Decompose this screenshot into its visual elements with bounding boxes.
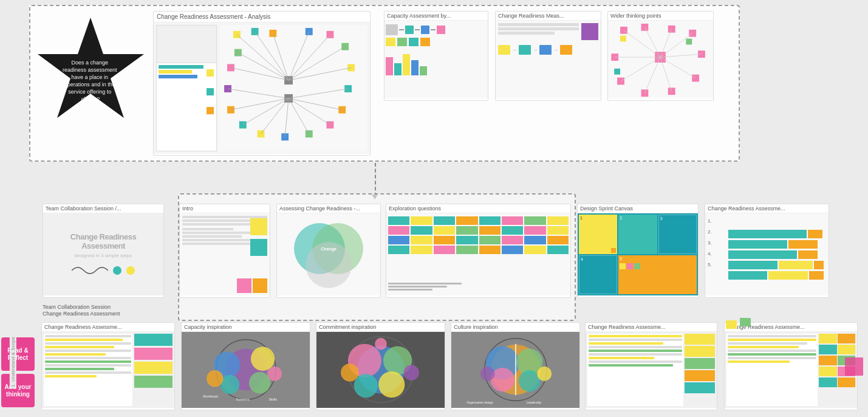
card-team[interactable]: Team Collaboration Session /... Change R…: [43, 204, 164, 298]
card-change-assess4-title: Change Readiness Assessme...: [586, 323, 717, 332]
svg-text:Leadership: Leadership: [527, 401, 542, 404]
svg-point-94: [480, 367, 495, 381]
svg-point-95: [537, 367, 552, 381]
card-change-meas[interactable]: Change Readiness Meas... → → →: [495, 11, 601, 101]
card-wider[interactable]: Wider thinking points: [607, 11, 714, 101]
svg-rect-21: [234, 49, 242, 57]
svg-text:Systems: Systems: [236, 398, 250, 401]
svg-rect-6: [269, 30, 276, 37]
svg-rect-13: [326, 121, 333, 128]
svg-rect-49: [617, 78, 624, 85]
svg-rect-52: [686, 39, 692, 45]
card-capacity-insp[interactable]: Capacity inspiration Workload Systems Sk…: [181, 322, 310, 410]
card-capacity-title: Capacity Assessment by...: [384, 12, 488, 21]
card-change-assess3[interactable]: Change Readiness Assessme...: [41, 322, 175, 410]
card-assessing[interactable]: Assessing Change Readiness -... Change: [276, 204, 381, 298]
svg-rect-17: [239, 121, 247, 128]
read-reflect-button[interactable]: Read & Reflect: [1, 337, 35, 371]
card-change-assess2-title: Change Readiness Assessme...: [705, 204, 829, 213]
svg-line-32: [289, 98, 309, 134]
card-analysis-title: Change Readiness Assessment - Analysis: [154, 12, 370, 22]
capacity-bubbles: Workload Systems Skills: [182, 332, 310, 408]
card-wider-title: Wider thinking points: [608, 12, 713, 21]
network-diagram: [219, 25, 367, 151]
card-change-assess2[interactable]: Change Readiness Assessme... 1.2.3.4.5.: [705, 204, 829, 298]
svg-point-85: [341, 364, 359, 382]
card-exploration-title: Exploration questions: [386, 204, 570, 213]
svg-line-33: [285, 98, 289, 137]
svg-line-38: [231, 67, 289, 80]
svg-line-58: [660, 54, 702, 57]
svg-line-30: [289, 98, 342, 110]
team-label-bottom: Team Collaboration Session Change Readin…: [43, 304, 120, 317]
card-culture-insp-title: Culture inspiration: [451, 323, 579, 332]
card-change-assess4[interactable]: Change Readiness Assessme...: [585, 322, 717, 410]
svg-text:Organisation design: Organisation design: [466, 401, 493, 404]
canvas: Does a change readiness assessment have …: [0, 0, 868, 417]
card-capacity-insp-title: Capacity inspiration: [182, 323, 310, 332]
svg-line-61: [644, 57, 660, 93]
card-intro-title: Intro: [180, 204, 270, 213]
svg-line-27: [289, 47, 345, 80]
svg-line-60: [660, 57, 672, 91]
card-design-sprint-title: Design Sprint Canvas: [578, 204, 698, 213]
svg-line-37: [228, 89, 289, 98]
card-exploration[interactable]: Exploration questions: [386, 204, 571, 298]
svg-point-71: [251, 347, 275, 371]
card-change-assess3-title: Change Readiness Assessme...: [42, 323, 174, 332]
add-thinking-button[interactable]: Add your thinking: [1, 374, 35, 407]
svg-rect-5: [251, 28, 259, 35]
svg-line-31: [289, 98, 330, 125]
squiggle: [72, 264, 108, 277]
wider-network: [608, 21, 713, 98]
svg-line-54: [624, 30, 660, 57]
svg-line-23: [255, 32, 289, 80]
card-intro[interactable]: Intro: [179, 204, 270, 298]
culture-bubbles: Organisation design Leadership: [451, 332, 579, 408]
svg-point-72: [249, 372, 270, 393]
svg-point-86: [403, 365, 419, 381]
card-assessing-title: Assessing Change Readiness -...: [277, 204, 380, 213]
svg-line-55: [644, 27, 660, 57]
svg-text:Skills: Skills: [268, 398, 277, 401]
svg-line-59: [660, 57, 695, 78]
svg-line-28: [289, 67, 351, 80]
svg-point-84: [354, 374, 378, 398]
star-shape: Does a change readiness assessment have …: [38, 15, 144, 136]
star-container: Does a change readiness assessment have …: [38, 15, 144, 136]
card-change-meas-title: Change Readiness Meas...: [496, 12, 601, 21]
svg-rect-44: [689, 30, 696, 37]
floating-sticky-yellow-1: [726, 320, 737, 329]
card-commitment-insp-title: Commitment inspiration: [316, 323, 445, 332]
floating-sticky-pink: [845, 357, 863, 376]
svg-point-83: [378, 371, 405, 398]
svg-line-25: [289, 32, 309, 80]
svg-line-26: [289, 35, 330, 80]
svg-point-87: [375, 338, 387, 350]
svg-line-39: [238, 53, 289, 81]
svg-line-35: [243, 98, 289, 125]
svg-line-34: [261, 98, 289, 134]
svg-point-75: [267, 367, 282, 381]
svg-line-36: [231, 98, 289, 110]
svg-rect-51: [620, 36, 626, 42]
svg-rect-19: [224, 85, 231, 92]
card-change-assess5[interactable]: Change Readiness Assessme...: [724, 322, 858, 410]
card-culture-insp[interactable]: Culture inspiration Organisation design …: [451, 322, 580, 410]
commitment-bubbles: [316, 332, 445, 408]
card-capacity[interactable]: Capacity Assessment by...: [384, 11, 488, 101]
section-label: 1. Understand & Scope: [10, 336, 16, 388]
svg-text:Workload: Workload: [203, 395, 218, 398]
svg-line-29: [289, 89, 348, 98]
svg-line-62: [621, 57, 660, 81]
card-team-title: Team Collaboration Session /...: [43, 204, 163, 213]
card-analysis[interactable]: Change Readiness Assessment - Analysis: [153, 11, 371, 156]
svg-point-93: [519, 370, 540, 391]
card-design-sprint[interactable]: Design Sprint Canvas 1 2 3 4 5: [577, 204, 699, 298]
connector-line: [375, 163, 376, 196]
card-commitment-insp[interactable]: Commitment inspiration: [316, 322, 445, 410]
svg-point-74: [207, 370, 224, 387]
svg-rect-53: [614, 69, 620, 75]
floating-sticky-yellow-2: [740, 318, 751, 326]
venn-diagram: Change: [280, 215, 377, 294]
